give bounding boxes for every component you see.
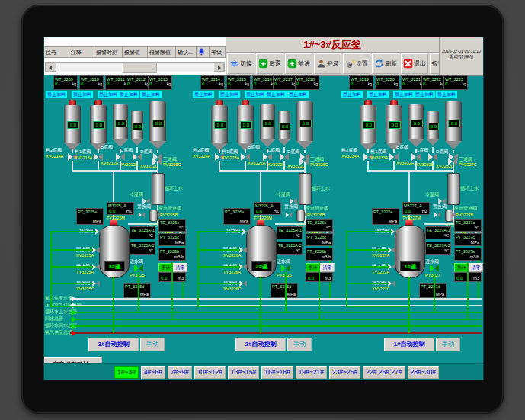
- totalizer-clear-button[interactable]: 清零: [173, 263, 187, 272]
- pipe: [467, 262, 469, 319]
- feed-valve[interactable]: [116, 153, 125, 161]
- vent-valve[interactable]: [391, 229, 399, 235]
- scroll-left-icon[interactable]: [46, 63, 56, 72]
- page-button-22-26-27[interactable]: 22#,26#,27#: [363, 366, 405, 379]
- page-button-1-3[interactable]: 1#~3#: [114, 366, 139, 379]
- manual-button[interactable]: 手动: [140, 338, 165, 351]
- valve-label: D底阀: [436, 149, 448, 155]
- feed-valve[interactable]: [389, 153, 399, 161]
- vent-valve[interactable]: [242, 229, 250, 235]
- auto-control-button[interactable]: 3#自动控制: [88, 338, 139, 351]
- water-valve[interactable]: [430, 265, 439, 272]
- weight-display: WT_32180kg: [295, 75, 319, 90]
- auto-control-button[interactable]: 1#自动控制: [384, 338, 434, 351]
- weight-display: WT_32190kg: [349, 75, 373, 90]
- valve-tag: XV3234A: [341, 154, 359, 159]
- feed-ban-label: 禁止加料: [140, 91, 162, 98]
- scroll-right-icon[interactable]: [213, 63, 224, 72]
- manual-button[interactable]: 手动: [287, 338, 312, 351]
- return-water-valve[interactable]: [92, 247, 100, 253]
- manual-button[interactable]: 手动: [436, 338, 460, 351]
- page-button-19-21[interactable]: 19#~21#: [296, 366, 327, 379]
- sound-alarm-ack-button[interactable]: 声音报警确认: [44, 357, 102, 363]
- totalizer-clear-button[interactable]: 清零: [469, 263, 483, 272]
- page-button-28-30[interactable]: 28#~30#: [408, 366, 439, 379]
- settings-button[interactable]: 设置: [343, 53, 370, 74]
- page-button-4-6[interactable]: 4#~6#: [141, 366, 165, 379]
- inlet-water-valve[interactable]: [92, 264, 100, 270]
- three-way-valve[interactable]: [152, 158, 162, 165]
- temperature-display: TE_3225A-1℃: [130, 226, 155, 239]
- valve-label: 置换阀: [137, 204, 151, 210]
- alarm-table-hscrollbar[interactable]: [45, 62, 225, 72]
- pipe: [199, 249, 240, 251]
- condenser: [152, 173, 165, 205]
- weight-display: WT_32200kg: [375, 75, 399, 90]
- feed-valve[interactable]: [411, 153, 421, 161]
- reactor-vessel: 2#釜: [246, 225, 277, 278]
- back-button[interactable]: 后退: [256, 53, 283, 74]
- purge-valve[interactable]: [434, 213, 440, 218]
- pipe: [219, 161, 220, 170]
- alarm-col-limit: 报警限值: [148, 46, 176, 58]
- page-button-7-9[interactable]: 7#~9#: [168, 366, 192, 379]
- refresh-button[interactable]: 刷新: [372, 53, 399, 74]
- feed-ban-label: 禁止加料: [265, 91, 287, 98]
- feed-valve[interactable]: [94, 153, 103, 161]
- page-button-23-25[interactable]: 23#~25#: [329, 366, 360, 379]
- feed-valve[interactable]: [263, 153, 272, 161]
- refresh-icon: [374, 59, 384, 69]
- purge-valve[interactable]: [286, 213, 292, 218]
- pressure-display: PT_3226cMPa: [306, 233, 333, 246]
- pipe: [393, 149, 395, 153]
- pipe: [52, 249, 93, 251]
- drain-valve[interactable]: [92, 281, 100, 287]
- drain-valve[interactable]: [239, 281, 247, 287]
- page-button-13-15[interactable]: 13#~15#: [228, 366, 259, 379]
- valve-label: D底阀: [140, 149, 152, 155]
- totalizer-clear-button[interactable]: 清零: [320, 263, 335, 272]
- pipe: [434, 272, 435, 312]
- condenser: [299, 173, 312, 205]
- valve-tag: XV3226C: [223, 287, 242, 291]
- purge-valve[interactable]: [139, 213, 145, 218]
- login-button[interactable]: 登录: [314, 53, 341, 74]
- auto-control-button[interactable]: 2#自动控制: [235, 338, 286, 351]
- alarm-col-ack: 确认...: [176, 46, 197, 58]
- return-water-valve[interactable]: [239, 247, 247, 253]
- pipe: [98, 149, 99, 153]
- silo: 0.0: [296, 101, 313, 152]
- drain-valve[interactable]: [388, 281, 395, 287]
- switch-button[interactable]: 切换: [227, 53, 254, 74]
- scroll-thumb[interactable]: [122, 63, 157, 73]
- page-button-10-12[interactable]: 10#~12#: [194, 366, 226, 379]
- valve-label: D底阀: [287, 149, 299, 155]
- forward-button[interactable]: 前进: [285, 53, 312, 74]
- reactor-vessel: 1#釜: [395, 225, 425, 278]
- inlet-water-valve[interactable]: [388, 264, 395, 270]
- vent-valve[interactable]: [95, 229, 103, 235]
- feed-ban-label: 禁止加料: [72, 91, 93, 98]
- valve-label: 冷凝阀: [277, 191, 290, 198]
- page-button-16-18[interactable]: 16#~18#: [261, 366, 293, 379]
- return-water-valve[interactable]: [388, 247, 395, 253]
- exit-button[interactable]: 退出: [401, 53, 428, 74]
- tank-cap: [364, 100, 372, 105]
- three-way-valve[interactable]: [448, 158, 457, 165]
- pipe: [52, 266, 93, 268]
- tank-cap: [242, 100, 249, 105]
- pipe: [138, 272, 139, 312]
- water-valve[interactable]: [281, 265, 290, 272]
- water-valve[interactable]: [134, 265, 143, 272]
- reactor-label: 3#釜: [104, 261, 125, 271]
- valve-tag: XV3227A: [372, 253, 389, 258]
- silo: 0.0: [149, 101, 166, 152]
- alarm-col-time: 报警时刻: [94, 46, 123, 58]
- valve-label: 冷凝阀: [425, 191, 439, 198]
- scroll-track[interactable]: [56, 63, 213, 72]
- pipe: [113, 277, 114, 333]
- three-way-valve[interactable]: [299, 158, 309, 165]
- valve-label: C底阀: [120, 147, 133, 154]
- feed-valve[interactable]: [241, 153, 250, 161]
- inlet-water-valve[interactable]: [239, 264, 247, 270]
